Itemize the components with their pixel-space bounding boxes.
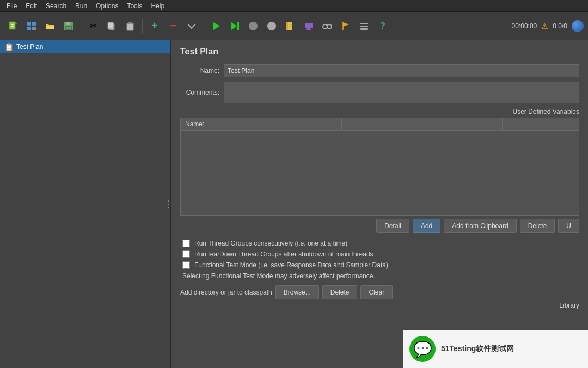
remove-toolbar-button[interactable]: − — [164, 17, 182, 35]
clear-button[interactable]: Clear — [360, 285, 393, 299]
svg-point-29 — [327, 24, 332, 29]
svg-rect-4 — [27, 22, 31, 26]
action-buttons: Detail Add Add from Clipboard Delete U — [180, 219, 579, 233]
toolbar-status: 00:00:00 ⚠ 0 0/0 — [512, 20, 584, 32]
handle-dot — [168, 200, 169, 202]
consecutive-checkbox[interactable] — [182, 240, 190, 247]
add-button[interactable]: Add — [413, 219, 440, 233]
svg-rect-15 — [128, 22, 132, 24]
library-label: Library — [559, 302, 579, 309]
warning-icon: ⚠ — [541, 22, 548, 30]
new-button[interactable] — [4, 17, 22, 35]
checkbox-row-3: Functional Test Mode (i.e. save Response… — [180, 261, 579, 269]
panel-title: Test Plan — [180, 47, 579, 57]
comments-label: Comments: — [180, 89, 224, 96]
open-button[interactable] — [41, 17, 59, 35]
classpath-row: Add directory or jar to classpath Browse… — [180, 285, 579, 299]
svg-rect-7 — [32, 27, 36, 30]
svg-rect-33 — [360, 23, 368, 24]
tree-item-test-plan[interactable]: 📋 Test Plan — [0, 40, 170, 53]
expand-button[interactable] — [183, 17, 200, 35]
counter-display: 0 0/0 — [553, 22, 567, 30]
table-body — [181, 131, 579, 215]
run-button[interactable] — [207, 17, 225, 35]
svg-point-28 — [323, 24, 327, 29]
timer-display: 00:00:00 — [512, 22, 537, 30]
consecutive-label: Run Thread Groups consecutively (i.e. on… — [194, 240, 347, 247]
wechat-icon: 💬 — [409, 336, 436, 362]
delete-vars-button[interactable]: Delete — [520, 219, 555, 233]
checkbox-row-1: Run Thread Groups consecutively (i.e. on… — [180, 240, 579, 247]
svg-rect-9 — [66, 22, 70, 25]
classpath-label: Add directory or jar to classpath — [180, 289, 272, 296]
menu-bar: File Edit Search Run Options Tools Help — [0, 0, 588, 12]
variables-table: Name: — [180, 118, 579, 216]
menu-run[interactable]: Run — [71, 1, 91, 11]
svg-marker-17 — [231, 22, 237, 30]
svg-rect-6 — [27, 27, 31, 30]
svg-rect-5 — [32, 22, 36, 26]
run-no-pause-button[interactable] — [226, 17, 243, 35]
main-layout: 📋 Test Plan Test Plan Name: Comments: Us… — [0, 40, 588, 368]
teardown-checkbox[interactable] — [182, 250, 190, 258]
copy-button[interactable] — [103, 17, 120, 35]
svg-rect-0 — [9, 22, 15, 29]
comments-input[interactable] — [224, 82, 579, 103]
tree-item-label: Test Plan — [16, 43, 43, 51]
table-header: Name: — [181, 118, 579, 131]
add-toolbar-button[interactable]: + — [146, 17, 163, 35]
cut-button[interactable]: ✂ — [84, 17, 102, 35]
functional-mode-note: Selecting Functional Test Mode may adver… — [180, 272, 579, 280]
paste-button[interactable] — [121, 17, 139, 35]
sep-3 — [204, 19, 204, 34]
save-button[interactable] — [60, 17, 77, 35]
list-button[interactable] — [356, 17, 373, 35]
name-label: Name: — [180, 67, 224, 75]
shutdown-button[interactable] — [263, 17, 280, 35]
stop-button[interactable] — [244, 17, 262, 35]
menu-search[interactable]: Search — [41, 1, 71, 11]
add-from-clipboard-button[interactable]: Add from Clipboard — [444, 219, 516, 233]
handle-dot — [168, 204, 169, 205]
menu-edit[interactable]: Edit — [21, 1, 41, 11]
sep-1 — [81, 19, 81, 34]
col-detail — [546, 118, 579, 130]
menu-options[interactable]: Options — [91, 1, 122, 11]
menu-file[interactable]: File — [2, 1, 21, 11]
name-row: Name: — [180, 64, 579, 77]
svg-marker-1 — [15, 22, 17, 24]
svg-marker-16 — [213, 22, 220, 30]
script-button[interactable] — [281, 17, 299, 35]
svg-marker-32 — [343, 22, 349, 27]
binoculars-button[interactable] — [318, 17, 336, 35]
watermark-text: 51Testing软件测试网 — [441, 344, 514, 354]
menu-tools[interactable]: Tools — [122, 1, 146, 11]
flag-button[interactable] — [337, 17, 354, 35]
toolbar: ✂ + − ? — [0, 12, 588, 40]
resize-handle[interactable] — [167, 193, 170, 215]
up-button[interactable]: U — [558, 219, 579, 233]
svg-point-19 — [249, 22, 258, 30]
svg-rect-18 — [237, 22, 239, 30]
browse-button[interactable]: Browse... — [275, 285, 319, 299]
name-input[interactable] — [224, 64, 579, 77]
help-button[interactable]: ? — [374, 17, 391, 35]
sep-2 — [142, 19, 143, 34]
comments-row: Comments: — [180, 82, 579, 103]
right-panel: Test Plan Name: Comments: User Defined V… — [171, 40, 588, 368]
user-defined-vars-header: User Defined Variables — [180, 108, 579, 115]
handle-dot — [168, 207, 169, 208]
templates-button[interactable] — [23, 17, 40, 35]
remote-button[interactable] — [300, 17, 317, 35]
col-desc — [503, 118, 546, 130]
checkbox-row-2: Run tearDown Thread Groups after shutdow… — [180, 250, 579, 258]
svg-rect-25 — [305, 23, 313, 28]
functional-mode-checkbox[interactable] — [182, 261, 190, 269]
detail-button[interactable]: Detail — [376, 219, 409, 233]
svg-rect-34 — [360, 26, 368, 27]
svg-rect-11 — [66, 27, 71, 29]
menu-help[interactable]: Help — [146, 1, 169, 11]
svg-rect-35 — [360, 28, 368, 30]
delete-classpath-button[interactable]: Delete — [322, 285, 358, 299]
watermark-overlay: 💬 51Testing软件测试网 — [403, 330, 588, 368]
